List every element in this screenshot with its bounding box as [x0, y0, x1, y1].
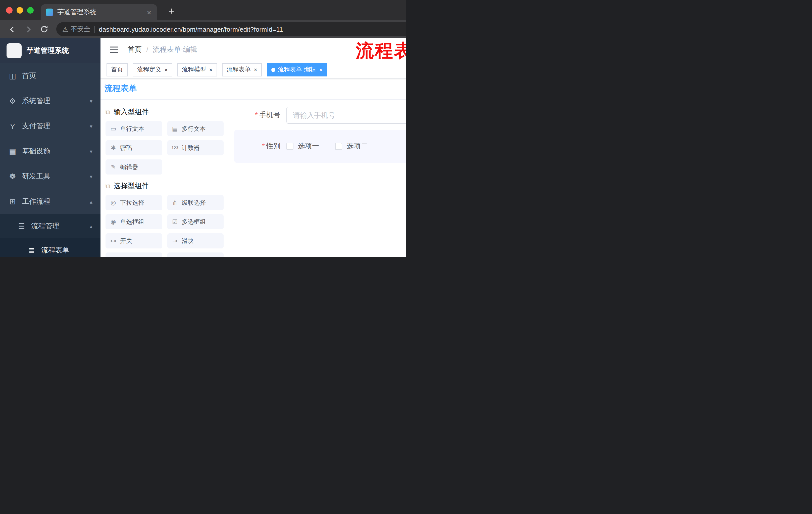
cascader-icon: ⋔ [171, 199, 179, 206]
new-tab-button[interactable]: + [164, 4, 178, 18]
textarea-icon: ▤ [171, 125, 179, 132]
sidebar-item-workflow[interactable]: ⊞ 工作流程 ▴ [0, 189, 100, 214]
breadcrumb-current: 流程表单-编辑 [153, 45, 197, 54]
sidebar-item-home[interactable]: ◫ 首页 [0, 63, 100, 88]
form-canvas[interactable]: *手机号 [229, 100, 406, 257]
sidebar-item-payment[interactable]: ¥ 支付管理 ▾ [0, 114, 100, 139]
required-star: * [255, 111, 258, 119]
logo-title: 芋道管理系统 [27, 46, 69, 55]
workflow-icon: ⊞ [8, 197, 17, 206]
checkbox-icon [335, 143, 342, 150]
tag-close-icon[interactable]: × [164, 66, 168, 73]
reload-button[interactable] [37, 22, 51, 36]
component-palette: ⧉ 输入型组件 ▭单行文本 ▤多行文本 ✱密码 123计数器 ✎编辑器 [100, 100, 229, 257]
browser-toolbar: ⚠ 不安全 dashboard.yudao.iocoder.cn/bpm/man… [0, 20, 406, 38]
tag-close-icon[interactable]: × [319, 66, 323, 73]
hamburger-icon[interactable] [108, 44, 121, 56]
lock-icon: ✱ [110, 144, 117, 152]
pencil-icon: ✎ [110, 163, 117, 170]
security-chip[interactable]: ⚠ 不安全 [62, 25, 90, 34]
document-icon: ≣ [27, 246, 36, 255]
gender-field[interactable]: *性别 选项一 选项二 [234, 142, 406, 151]
slider-icon: ⊸ [171, 237, 179, 244]
required-star: * [262, 142, 265, 150]
checkbox-option-2[interactable]: 选项二 [335, 142, 368, 151]
component-time-range[interactable]: ◶时间范围 [167, 252, 224, 257]
chevron-up-icon: ▴ [90, 223, 92, 229]
component-group-icon: ⧉ [106, 108, 110, 116]
chevron-down-icon: ▾ [90, 98, 92, 104]
sidebar-item-process-mgmt[interactable]: ☰ 流程管理 ▴ [0, 214, 100, 238]
chevron-down-icon: ▾ [90, 173, 92, 180]
chevron-up-icon: ▴ [90, 198, 92, 205]
dashboard-icon: ◫ [8, 72, 17, 80]
component-password[interactable]: ✱密码 [106, 140, 162, 155]
tag-process-form[interactable]: 流程表单 × [222, 63, 262, 76]
sidebar-item-system[interactable]: ⚙ 系统管理 ▾ [0, 88, 100, 114]
screen: 芋道管理系统 × + ⚠ 不安全 dashboard.yudao.iocoder… [0, 0, 406, 257]
component-counter[interactable]: 123计数器 [167, 140, 224, 155]
forward-button[interactable] [21, 22, 35, 36]
phone-input[interactable] [286, 107, 406, 124]
tag-active-dot [271, 67, 276, 72]
logo-image [6, 43, 22, 58]
checkbox-option-1[interactable]: 选项一 [286, 142, 319, 151]
gear-icon: ⚙ [8, 97, 17, 106]
red-annotation-text: 流程表单 [356, 39, 406, 63]
tag-process-definition[interactable]: 流程定义 × [133, 63, 172, 76]
sidebar-item-devtools[interactable]: ☸ 研发工具 ▾ [0, 164, 100, 189]
traffic-lights [6, 7, 34, 13]
phone-field[interactable]: *手机号 [234, 107, 406, 124]
tags-view: 首页 流程定义 × 流程模型 × 流程表单 × [100, 61, 406, 78]
tag-process-form-edit[interactable]: 流程表单-编辑 × [267, 63, 327, 76]
tag-home[interactable]: 首页 [107, 63, 127, 76]
component-radio-group[interactable]: ◉单选框组 [106, 214, 162, 229]
tag-close-icon[interactable]: × [208, 66, 212, 73]
component-multi-line-text[interactable]: ▤多行文本 [167, 121, 224, 136]
breadcrumb-home[interactable]: 首页 [127, 45, 142, 54]
zoom-window-button[interactable] [27, 7, 34, 13]
component-slider[interactable]: ⊸滑块 [167, 233, 224, 248]
switch-icon: ⊶ [110, 237, 117, 244]
checkbox-icon: ☑ [171, 218, 179, 225]
address-bar[interactable]: ⚠ 不安全 dashboard.yudao.iocoder.cn/bpm/man… [56, 22, 406, 36]
gender-field-selected[interactable]: *性别 选项一 选项二 [234, 130, 406, 163]
sidebar: 芋道管理系统 ◫ 首页 ⚙ 系统管理 ▾ ¥ 支付管理 ▾ ▤ 基础设施 ▾ [0, 38, 100, 257]
checkbox-icon [286, 143, 293, 150]
component-editor[interactable]: ✎编辑器 [106, 159, 162, 174]
omnibox-separator [94, 26, 95, 33]
breadcrumb: 首页 / 流程表单-编辑 [127, 45, 197, 54]
component-group-icon: ⧉ [106, 182, 110, 190]
tab-favicon-icon [46, 8, 53, 16]
sidebar-item-infra[interactable]: ▤ 基础设施 ▾ [0, 139, 100, 164]
number-icon: 123 [171, 145, 179, 150]
clock-icon: ◷ [110, 256, 117, 257]
sidebar-item-process-form[interactable]: ≣ 流程表单 [0, 238, 100, 257]
list-icon: ☰ [17, 222, 26, 231]
select-components: ◎下拉选择 ⋔级联选择 ◉单选框组 ☑多选框组 ⊶开关 ⊸滑块 ◷时间选择 ◶时… [106, 195, 224, 257]
minimize-window-button[interactable] [17, 7, 23, 13]
app-frame: 芋道管理系统 ◫ 首页 ⚙ 系统管理 ▾ ¥ 支付管理 ▾ ▤ 基础设施 ▾ [0, 38, 406, 257]
back-button[interactable] [5, 22, 19, 36]
input-components: ▭单行文本 ▤多行文本 ✱密码 123计数器 ✎编辑器 [106, 121, 224, 174]
warning-icon: ⚠ [62, 25, 68, 33]
tab-close-icon[interactable]: × [146, 8, 152, 16]
component-switch[interactable]: ⊶开关 [106, 233, 162, 248]
component-time-picker[interactable]: ◷时间选择 [106, 252, 162, 257]
url-text[interactable]: dashboard.yudao.iocoder.cn/bpm/manager/f… [99, 25, 406, 33]
main-area: 首页 / 流程表单-编辑 流程表单 ? [100, 38, 406, 257]
component-checkbox-group[interactable]: ☑多选框组 [167, 214, 224, 229]
tag-close-icon[interactable]: × [253, 66, 257, 73]
component-cascader[interactable]: ⋔级联选择 [167, 195, 224, 210]
sidebar-logo[interactable]: 芋道管理系统 [0, 38, 100, 63]
group-title-select: ⧉ 选择型组件 [106, 182, 224, 191]
close-window-button[interactable] [6, 7, 12, 13]
component-select[interactable]: ◎下拉选择 [106, 195, 162, 210]
breadcrumb-separator: / [146, 46, 148, 54]
browser-tab[interactable]: 芋道管理系统 × [41, 4, 157, 20]
clock-range-icon: ◶ [171, 256, 179, 257]
security-label: 不安全 [70, 25, 90, 34]
tag-process-model[interactable]: 流程模型 × [177, 63, 217, 76]
top-navbar: 首页 / 流程表单-编辑 流程表单 ? [100, 38, 406, 61]
component-single-line-text[interactable]: ▭单行文本 [106, 121, 162, 136]
